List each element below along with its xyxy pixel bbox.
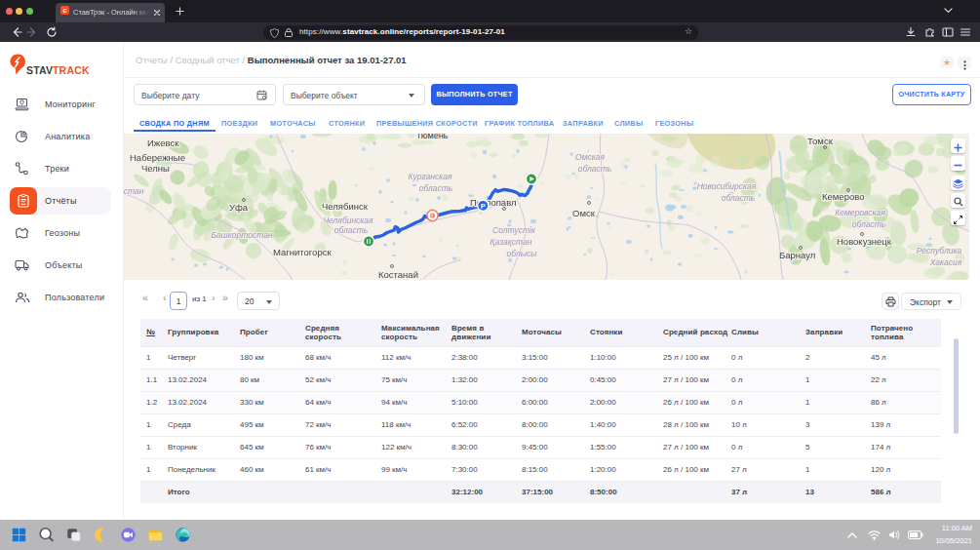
svg-text:область: область xyxy=(334,225,369,235)
svg-text:Хакасия: Хакасия xyxy=(929,257,962,267)
svg-text:STAV: STAV xyxy=(26,64,53,76)
svg-text:Республика: Республика xyxy=(917,246,962,255)
svg-text:область: область xyxy=(852,219,886,229)
svg-text:область: область xyxy=(419,183,453,193)
svg-text:Челябинская: Челябинская xyxy=(323,216,373,225)
svg-text:Томск: Томск xyxy=(807,136,834,146)
svg-text:Барнаул: Барнаул xyxy=(779,250,815,260)
svg-text:Магнитогорск: Магнитогорск xyxy=(273,247,332,257)
svg-text:облысы: облысы xyxy=(507,249,538,258)
svg-text:Новокузнецк: Новокузнецк xyxy=(837,236,892,247)
svg-text:Костанай: Костанай xyxy=(378,269,418,280)
svg-text:Ижевск: Ижевск xyxy=(147,138,179,148)
svg-text:Башкортостан: Башкортостан xyxy=(211,230,272,240)
svg-text:TRACK: TRACK xyxy=(53,64,90,76)
svg-text:Челябинск: Челябинск xyxy=(322,201,369,212)
svg-text:область: область xyxy=(722,193,756,203)
svg-text:Қазақстан: Қазақстан xyxy=(490,237,532,247)
svg-text:Солтустік: Солтустік xyxy=(492,225,536,235)
svg-text:Кемеровская: Кемеровская xyxy=(835,208,885,217)
svg-text:P: P xyxy=(481,202,486,211)
svg-text:Челны: Челны xyxy=(141,163,170,174)
svg-text:Омская: Омская xyxy=(575,152,605,162)
svg-text:Новосибирская: Новосибирская xyxy=(697,181,757,191)
svg-text:Курганская: Курганская xyxy=(409,172,452,181)
svg-text:Омск: Омск xyxy=(572,208,596,218)
svg-text:Кемерово: Кемерово xyxy=(822,191,864,202)
svg-text:Уфа: Уфа xyxy=(229,202,249,213)
svg-text:область: область xyxy=(578,164,612,174)
svg-text:Тюмень: Тюмень xyxy=(416,134,449,140)
svg-text:стан: стан xyxy=(124,186,144,196)
svg-text:Набережные: Набережные xyxy=(130,152,185,163)
